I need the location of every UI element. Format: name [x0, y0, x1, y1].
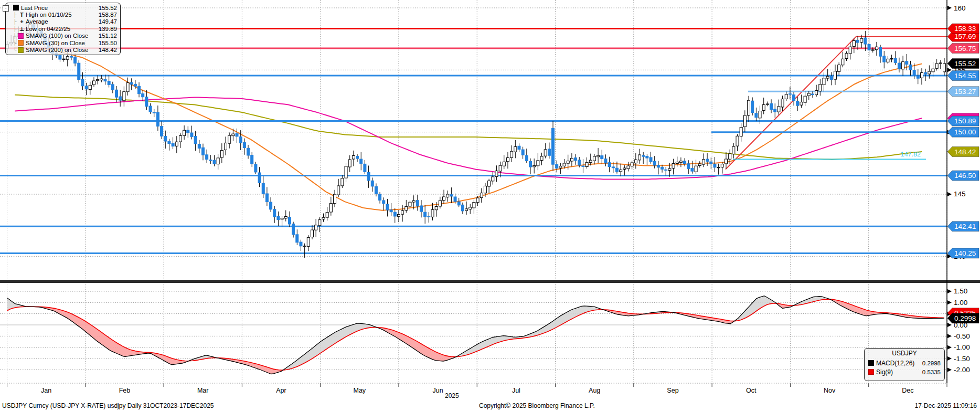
legend-value: 151.12: [99, 33, 117, 39]
svg-text:150.00: 150.00: [954, 128, 976, 136]
axis-tick-label: -2.00: [954, 366, 970, 374]
axis-price-label: 146.50: [947, 171, 979, 181]
svg-text:150.89: 150.89: [954, 117, 976, 125]
axis-tick-label: 1.00: [954, 299, 967, 307]
macd-legend-row-macd: MACD(12,26) 0.2998: [868, 359, 941, 367]
month-label: Sep: [667, 387, 678, 394]
legend-label: Low on 04/22/25: [26, 26, 70, 32]
axis-price-label: 153.27: [947, 87, 979, 97]
legend-value: 149.47: [99, 18, 117, 25]
footer-security-description: USDJPY Curncy (USD-JPY X-RATE) usdjpy Da…: [2, 402, 214, 409]
legend-row-smavg100: ├ SMAVG (100) on Close 151.12: [13, 33, 117, 39]
month-label: Jul: [512, 387, 520, 394]
signal-line: [7, 299, 944, 370]
legend-value: 155.50: [99, 40, 117, 46]
axis-price-label: 155.52: [947, 59, 979, 69]
legend-value: 0.5335: [922, 369, 941, 375]
axis-price-label: 148.42: [947, 147, 979, 157]
candles-layer: [6, 19, 946, 258]
x-axis-year-label: 2025: [445, 392, 459, 399]
gridlines: [0, 0, 947, 387]
axis-price-label: 154.55: [947, 70, 979, 80]
legend-row-last-price: Last Price 155.52: [13, 4, 117, 11]
cyan-annotation-label: 147.82: [901, 151, 921, 158]
month-label: Nov: [824, 387, 836, 394]
axis-price-label: 140.25: [947, 248, 979, 258]
x-axis-labels: JanFebMarAprMayJunJulAugSepOctNovDec: [41, 387, 913, 394]
axis-price-label: 142.41: [947, 222, 979, 231]
macd-fill-positive: [795, 297, 832, 305]
svg-text:158.33: 158.33: [954, 25, 976, 33]
macd-panel: [7, 296, 944, 374]
legend-label: Sig(9): [876, 368, 893, 376]
svg-text:156.75: 156.75: [954, 45, 976, 52]
legend-value: 155.52: [99, 5, 117, 11]
svg-text:0.2998: 0.2998: [954, 314, 976, 322]
axis-tick-label: -1.50: [954, 355, 970, 363]
macd-line: [7, 296, 944, 374]
svg-text:140.25: 140.25: [954, 249, 976, 257]
axis-price-label: 150.89: [947, 116, 979, 126]
price-legend: - Last Price 155.52 ├ T High on 01/10/25…: [5, 3, 121, 55]
axis-price-label: 0.2998: [947, 313, 979, 323]
sig-swatch-icon: [868, 369, 874, 375]
average-marker-icon: +: [18, 18, 26, 25]
price-panel: [15, 37, 922, 210]
sma200-line: [15, 95, 922, 160]
legend-label: SMAVG (30) on Close: [26, 40, 85, 46]
tree-branch-icon: ├: [13, 19, 18, 24]
month-label: Feb: [119, 387, 131, 394]
month-label: Aug: [589, 387, 600, 394]
svg-text:153.27: 153.27: [954, 88, 976, 96]
bloomberg-chart-window: 147.821601551501451401.501.000.500.00-0.…: [0, 0, 980, 411]
svg-text:157.69: 157.69: [954, 33, 976, 40]
legend-label: MACD(12,26): [876, 360, 914, 367]
axis-price-label: 156.75: [947, 43, 979, 53]
tree-branch-icon: ├: [13, 26, 18, 31]
month-label: Apr: [276, 387, 286, 394]
legend-collapse-icon[interactable]: -: [3, 5, 9, 12]
axis-tick-label: 1.50: [954, 287, 967, 295]
tree-branch-icon: └: [13, 47, 18, 52]
axis-price-label: 150.00: [947, 127, 979, 137]
macd-legend-row-sig: Sig(9) 0.5335: [868, 367, 941, 376]
panel-divider[interactable]: [0, 280, 980, 283]
month-label: Dec: [902, 387, 913, 394]
smavg100-swatch-icon: [18, 33, 24, 39]
tree-branch-icon: ├: [13, 40, 18, 46]
legend-row-smavg30: ├ SMAVG (30) on Close 155.50: [13, 39, 117, 46]
last-price-swatch-icon: [13, 5, 19, 10]
legend-label: High on 01/10/25: [26, 12, 72, 18]
month-label: May: [354, 387, 366, 394]
footer-timestamp: 17-Dec-2025 11:09:16: [914, 402, 977, 409]
legend-value: 158.87: [99, 12, 117, 18]
legend-row-low: ├ ⊥ Low on 04/22/25 139.89: [13, 25, 117, 32]
footer-bar: USDJPY Curncy (USD-JPY X-RATE) usdjpy Da…: [0, 401, 980, 410]
axis-tick-label: -0.50: [954, 332, 970, 340]
high-marker-icon: T: [18, 12, 26, 18]
tree-branch-icon: ├: [13, 33, 18, 38]
trendline: [726, 37, 856, 170]
legend-row-smavg200: └ SMAVG (200) on Close 148.42: [13, 46, 117, 53]
legend-row-high: ├ T High on 01/10/25 158.87: [13, 11, 117, 18]
legend-label: SMAVG (200) on Close: [26, 47, 88, 53]
svg-text:155.52: 155.52: [954, 60, 976, 68]
month-label: Oct: [746, 387, 757, 394]
axis-tick-label: -1.00: [954, 343, 970, 351]
axis-tick-label: 145: [954, 190, 966, 198]
legend-label: Last Price: [21, 5, 48, 11]
svg-text:154.55: 154.55: [954, 72, 976, 80]
chart-canvas[interactable]: 147.821601551501451401.501.000.500.00-0.…: [0, 0, 980, 411]
smavg30-swatch-icon: [18, 40, 24, 46]
macd-legend-title: USDJPY: [868, 350, 941, 359]
sma30-line: [15, 48, 922, 210]
svg-text:142.41: 142.41: [954, 223, 976, 230]
axis-tick-label: 160: [954, 4, 966, 12]
legend-label: SMAVG (100) on Close: [26, 33, 88, 39]
axis-price-label: 158.33: [947, 24, 979, 34]
macd-fill-positive: [284, 323, 378, 370]
legend-value: 148.42: [99, 47, 117, 53]
macd-legend: USDJPY MACD(12,26) 0.2998 Sig(9) 0.5335: [864, 348, 945, 381]
month-label: Mar: [197, 387, 209, 394]
legend-value: 0.2998: [922, 360, 941, 366]
